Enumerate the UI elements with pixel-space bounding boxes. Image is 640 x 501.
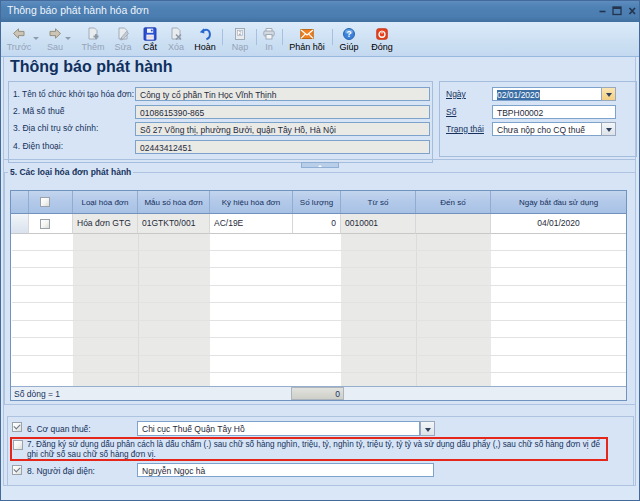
svg-text:?: ?	[346, 29, 351, 39]
